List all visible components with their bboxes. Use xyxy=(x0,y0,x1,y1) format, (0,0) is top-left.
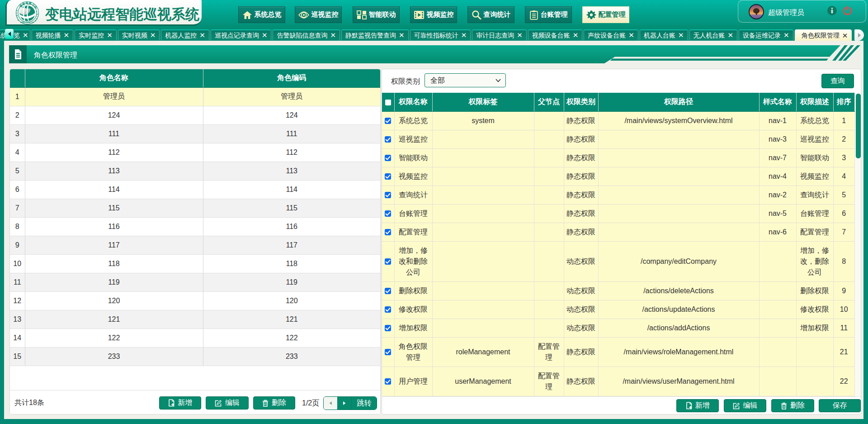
svg-text:家: 家 xyxy=(22,2,25,6)
svg-text:司: 司 xyxy=(34,5,37,9)
svg-text:电: 电 xyxy=(25,1,28,5)
svg-text:E: E xyxy=(18,19,19,21)
svg-text:网: 网 xyxy=(29,2,32,5)
svg-text:A: A xyxy=(35,19,36,22)
svg-text:GRID CORP OF: GRID CORP OF xyxy=(20,21,34,24)
svg-text:N: N xyxy=(36,18,38,20)
